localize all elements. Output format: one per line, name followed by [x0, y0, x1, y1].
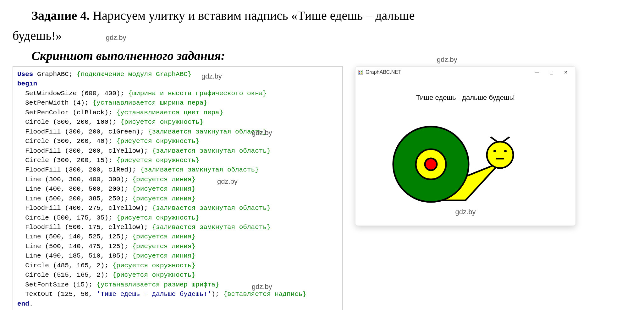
- task-text-2: будешь!»: [13, 26, 62, 45]
- code-token: Line (400, 300, 500, 200);: [17, 185, 132, 193]
- code-token: Line (500, 140, 475, 125);: [17, 243, 132, 250]
- watermark: gdz.by: [437, 56, 457, 64]
- code-token: {рисуется окружность}: [116, 214, 200, 221]
- code-token: FloodFill (300, 200, clRed);: [17, 166, 140, 173]
- code-token: Circle (300, 200, 40);: [17, 138, 116, 145]
- code-listing: Uses GraphABC; {подключение модуля Graph…: [13, 66, 343, 310]
- code-token: Line (300, 300, 400, 300);: [17, 176, 132, 183]
- minimize-button[interactable]: —: [530, 68, 544, 77]
- code-token: FloodFill (300, 200, clYellow);: [17, 147, 152, 155]
- code-line: begin: [17, 79, 339, 89]
- code-token: {рисуется окружность}: [116, 138, 200, 145]
- code-line: FloodFill (500, 175, clYellow); {заливае…: [17, 223, 339, 232]
- code-token: {рисуется линия}: [132, 195, 195, 202]
- watermark: gdz.by: [252, 282, 272, 292]
- code-line: FloodFill (300, 200, clYellow); {заливае…: [17, 146, 339, 156]
- code-line: FloodFill (300, 200, clRed); {заливается…: [17, 165, 339, 175]
- code-token: Circle (515, 165, 2);: [17, 271, 112, 279]
- code-line: SetFontSize (15); {устанавливается разме…: [17, 280, 339, 290]
- code-token: {рисуется линия}: [132, 233, 195, 240]
- maximize-button[interactable]: ▢: [544, 68, 559, 77]
- code-token: Circle (300, 200, 100);: [17, 118, 120, 126]
- close-button[interactable]: ✕: [559, 68, 573, 77]
- code-line: FloodFill (400, 275, clYellow); {заливае…: [17, 204, 339, 213]
- code-token: {рисуется окружность}: [112, 262, 195, 269]
- code-token: {рисуется окружность}: [112, 271, 195, 279]
- code-token: {рисуется линия}: [132, 176, 195, 183]
- code-token: {заливается замкнутая область}: [152, 224, 271, 231]
- code-token: SetPenColor (clBlack);: [17, 109, 116, 116]
- code-line: Circle (515, 165, 2); {рисуется окружнос…: [17, 270, 339, 280]
- code-token: {рисуется линия}: [132, 243, 195, 250]
- task-line-1: Задание 4. Нарисуем улитку и вставим над…: [13, 6, 631, 25]
- window-titlebar: GraphABC.NET — ▢ ✕: [355, 67, 575, 78]
- code-token: FloodFill (400, 275, clYellow);: [17, 204, 152, 212]
- code-token: SetFontSize (15);: [17, 281, 96, 288]
- svg-rect-2: [361, 71, 362, 72]
- code-line: SetPenWidth (4); {устанавливается ширина…: [17, 98, 339, 108]
- code-token: begin: [17, 80, 37, 87]
- code-token: GraphABC;: [33, 71, 77, 78]
- code-line: TextOut (125, 50, 'Тише едешь - дальше б…: [17, 290, 339, 299]
- task-text-1: Нарисуем улитку и вставим надпись «Тише …: [90, 8, 415, 23]
- code-token: Line (490, 185, 510, 185);: [17, 252, 132, 259]
- window-title: GraphABC.NET: [366, 69, 401, 75]
- svg-point-11: [487, 142, 513, 168]
- code-line: Circle (300, 200, 40); {рисуется окружно…: [17, 137, 339, 146]
- code-line: FloodFill (300, 200, clGreen); {заливает…: [17, 127, 339, 137]
- code-token: FloodFill (300, 200, clGreen);: [17, 128, 148, 135]
- code-line: Line (500, 200, 385, 250); {рисуется лин…: [17, 194, 339, 204]
- svg-point-12: [493, 150, 496, 152]
- code-token: 'Тише едешь - дальше будешь!': [96, 291, 211, 298]
- code-token: Circle (300, 200, 15);: [17, 157, 116, 164]
- watermark: gdz.by: [217, 177, 238, 187]
- code-token: {устанавливается цвет пера}: [116, 109, 223, 116]
- svg-rect-3: [359, 73, 360, 74]
- watermark: gdz.by: [106, 32, 126, 43]
- code-token: {рисуется окружность}: [116, 157, 200, 164]
- code-token: {заливается замкнутая область}: [152, 204, 271, 212]
- code-token: TextOut (125, 50,: [17, 291, 96, 298]
- code-token: {рисуется линия}: [132, 185, 195, 193]
- svg-point-13: [504, 150, 507, 152]
- code-token: SetWindowSize (600, 400);: [17, 90, 128, 97]
- code-token: end: [17, 300, 29, 307]
- svg-rect-4: [361, 73, 362, 74]
- code-token: .: [29, 300, 33, 307]
- code-token: {устанавливается размер шрифта}: [96, 281, 219, 288]
- code-token: Circle (500, 175, 35);: [17, 214, 116, 221]
- app-icon: [358, 70, 363, 75]
- svg-rect-1: [359, 71, 360, 72]
- code-line: Line (490, 185, 510, 185); {рисуется лин…: [17, 251, 339, 261]
- code-token: {заливается замкнутая область}: [152, 147, 271, 155]
- code-line: Uses GraphABC; {подключение модуля Graph…: [17, 70, 339, 79]
- code-line: end.: [17, 299, 339, 309]
- code-line: Line (500, 140, 475, 125); {рисуется лин…: [17, 242, 339, 251]
- svg-point-8: [425, 158, 437, 170]
- task-label: Задание 4.: [31, 8, 90, 23]
- output-window: GraphABC.NET — ▢ ✕ Тише едешь - дальше б…: [355, 66, 576, 226]
- canvas-text: Тише едешь - дальше будешь!: [355, 94, 575, 102]
- code-token: {заливается замкнутая область}: [148, 128, 267, 135]
- code-line: SetWindowSize (600, 400); {ширина и высо…: [17, 89, 339, 98]
- code-token: {ширина и высота графического окна}: [128, 90, 267, 97]
- code-token: Uses: [17, 71, 33, 78]
- code-token: {подключение модуля GraphABC}: [77, 71, 191, 78]
- code-line: Circle (485, 165, 2); {рисуется окружнос…: [17, 261, 339, 270]
- code-line: Line (500, 140, 525, 125); {рисуется лин…: [17, 232, 339, 242]
- code-line: Circle (300, 200, 100); {рисуется окружн…: [17, 117, 339, 127]
- code-line: Circle (300, 200, 15); {рисуется окружно…: [17, 156, 339, 165]
- code-line: Circle (500, 175, 35); {рисуется окружно…: [17, 213, 339, 223]
- code-token: Circle (485, 165, 2);: [17, 262, 112, 269]
- code-token: FloodFill (500, 175, clYellow);: [17, 224, 152, 231]
- code-token: {заливается замкнутая область}: [140, 166, 259, 173]
- screenshot-heading: Скриншот выполненного задания:: [31, 48, 631, 63]
- code-token: {рисуется линия}: [132, 252, 195, 259]
- graphics-canvas: Тише едешь - дальше будешь!: [355, 78, 575, 226]
- code-token: SetPenWidth (4);: [17, 99, 92, 106]
- watermark: gdz.by: [355, 208, 575, 216]
- watermark: gdz.by: [201, 71, 222, 81]
- code-token: {устанавливается ширина пера}: [92, 99, 207, 106]
- watermark: gdz.by: [252, 128, 272, 138]
- code-line: Line (400, 300, 500, 200); {рисуется лин…: [17, 184, 339, 194]
